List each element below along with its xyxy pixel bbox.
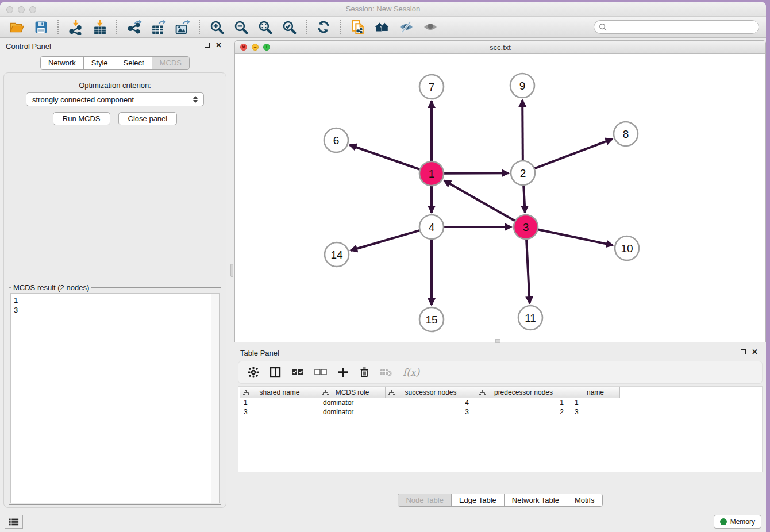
table-cell[interactable]: 1: [571, 399, 620, 407]
dropdown-stepper-icon: [193, 96, 198, 103]
graph-node-3[interactable]: 3: [514, 215, 538, 239]
export-network-icon[interactable]: [126, 19, 142, 35]
table-cell[interactable]: 3: [240, 408, 319, 416]
edge-3-10[interactable]: [538, 230, 613, 245]
graph-node-10[interactable]: 10: [615, 236, 639, 260]
edge-2-9[interactable]: [522, 100, 523, 160]
delete-column-icon[interactable]: [380, 368, 392, 377]
export-image-icon[interactable]: [174, 19, 190, 35]
select-all-icon[interactable]: [291, 368, 304, 377]
column-header-shared-name[interactable]: shared name: [240, 387, 319, 398]
memory-button[interactable]: Memory: [714, 515, 761, 529]
tab-network-table[interactable]: Network Table: [504, 494, 567, 506]
table-cell[interactable]: dominator: [319, 408, 386, 416]
refresh-icon[interactable]: [315, 19, 332, 35]
column-header-successor-nodes[interactable]: successor nodes: [386, 387, 476, 398]
graph-node-9[interactable]: 9: [510, 74, 534, 98]
column-header-MCDS-role[interactable]: MCDS role: [319, 387, 386, 398]
table-row[interactable]: 1dominator411: [240, 398, 762, 407]
column-sort-icon: [243, 390, 249, 398]
table-cell[interactable]: 2: [476, 408, 571, 416]
insert-column-icon[interactable]: [270, 367, 281, 378]
deselect-all-icon[interactable]: [314, 368, 327, 377]
show-graphics-icon[interactable]: [422, 19, 438, 35]
criterion-dropdown[interactable]: strongly connected component: [26, 92, 204, 106]
column-header-predecessor-nodes[interactable]: predecessor nodes: [476, 387, 571, 398]
node-label: 6: [333, 134, 340, 147]
mcds-panel: Optimization criterion: strongly connect…: [3, 72, 226, 508]
copy-view-icon[interactable]: [350, 19, 366, 35]
graph-node-15[interactable]: 15: [419, 307, 444, 331]
search-box[interactable]: [594, 20, 759, 34]
graph-node-6[interactable]: 6: [324, 128, 348, 152]
tab-select[interactable]: Select: [116, 57, 152, 69]
graph-node-1[interactable]: 1: [419, 161, 444, 186]
table-cell[interactable]: 3: [386, 408, 476, 416]
search-input[interactable]: [611, 22, 754, 32]
zoom-out-icon[interactable]: [233, 19, 249, 35]
edge-3-1[interactable]: [444, 180, 515, 221]
network-window-titlebar[interactable]: ✕ – + scc.txt: [235, 41, 765, 54]
control-panel-header: Control Panel ✕: [0, 38, 230, 54]
edge-3-11[interactable]: [526, 240, 530, 303]
mcds-result-values: 1 3: [11, 294, 211, 503]
vertical-splitter-handle[interactable]: [230, 264, 233, 277]
save-session-icon[interactable]: [33, 19, 49, 35]
graph-node-8[interactable]: 8: [614, 122, 638, 146]
edge-2-8[interactable]: [535, 139, 613, 168]
delete-row-icon[interactable]: [359, 367, 369, 378]
home-icon[interactable]: [374, 19, 390, 35]
export-table-icon[interactable]: [150, 19, 166, 35]
node-label: 11: [525, 312, 536, 324]
task-history-button[interactable]: [5, 515, 23, 529]
table-cell[interactable]: 1: [476, 399, 571, 407]
run-mcds-button[interactable]: Run MCDS: [53, 112, 110, 125]
network-graph-canvas[interactable]: 7968124314101511: [235, 53, 765, 342]
table-row[interactable]: 3dominator323: [240, 407, 762, 417]
horizontal-splitter-handle[interactable]: [495, 339, 500, 343]
node-label: 15: [425, 314, 437, 326]
table-cell[interactable]: 3: [571, 408, 620, 416]
float-table-panel-icon[interactable]: [741, 349, 746, 354]
graph-node-2[interactable]: 2: [511, 161, 535, 185]
mcds-result-title: MCDS result (2 nodes): [11, 283, 91, 292]
graph-node-14[interactable]: 14: [325, 242, 349, 267]
tab-style[interactable]: Style: [83, 57, 116, 69]
zoom-in-icon[interactable]: [209, 19, 225, 35]
edge-1-2[interactable]: [444, 173, 509, 174]
edge-1-6[interactable]: [350, 145, 420, 169]
column-header-name[interactable]: name: [571, 387, 620, 398]
add-row-icon[interactable]: [337, 367, 349, 378]
column-label: MCDS role: [336, 388, 369, 396]
node-label: 4: [429, 221, 435, 233]
close-panel-button[interactable]: Close panel: [118, 112, 178, 125]
graph-node-4[interactable]: 4: [419, 215, 444, 239]
edge-4-14[interactable]: [351, 230, 419, 250]
function-builder-icon[interactable]: f(x): [403, 367, 419, 378]
graph-node-7[interactable]: 7: [419, 75, 444, 99]
hide-graphics-icon[interactable]: [398, 19, 414, 35]
table-cell[interactable]: dominator: [319, 399, 386, 407]
tab-mcds[interactable]: MCDS: [152, 57, 189, 69]
tab-motifs[interactable]: Motifs: [567, 494, 602, 506]
tab-edge-table[interactable]: Edge Table: [451, 494, 504, 506]
zoom-fit-icon[interactable]: [257, 19, 273, 35]
table-cell[interactable]: 1: [240, 399, 319, 407]
import-network-icon[interactable]: [67, 19, 83, 35]
zoom-selected-icon[interactable]: [281, 19, 297, 35]
result-scrollbar[interactable]: [211, 294, 219, 503]
import-table-icon[interactable]: [91, 19, 107, 35]
edge-2-3[interactable]: [523, 186, 525, 213]
memory-label: Memory: [730, 518, 755, 526]
table-cell[interactable]: 4: [386, 399, 476, 407]
column-label: shared name: [259, 388, 299, 396]
tab-network[interactable]: Network: [41, 57, 83, 69]
tab-node-table[interactable]: Node Table: [398, 494, 451, 506]
graph-node-11[interactable]: 11: [518, 306, 542, 330]
float-panel-icon[interactable]: [205, 43, 210, 48]
close-panel-icon[interactable]: ✕: [215, 42, 222, 48]
close-table-panel-icon[interactable]: ✕: [752, 349, 758, 355]
table-options-icon[interactable]: [248, 367, 259, 378]
open-session-icon[interactable]: [9, 19, 25, 35]
column-sort-icon: [388, 390, 395, 398]
